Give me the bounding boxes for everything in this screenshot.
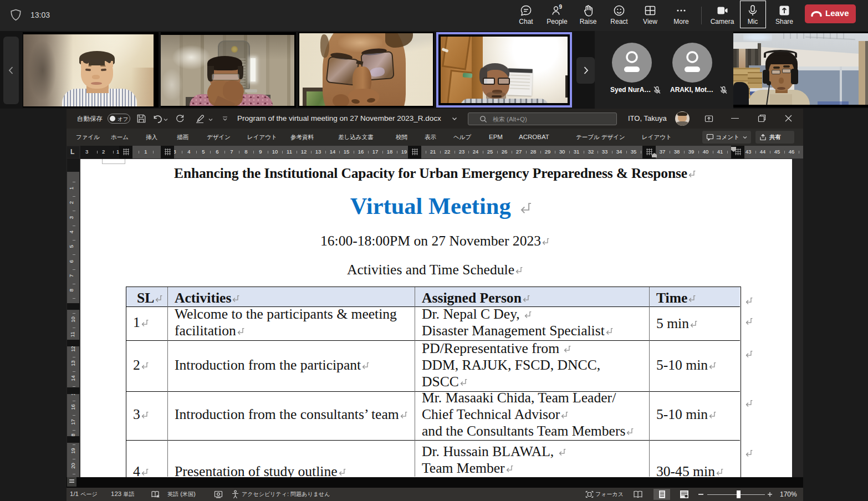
svg-text:9: 9 — [559, 4, 563, 10]
